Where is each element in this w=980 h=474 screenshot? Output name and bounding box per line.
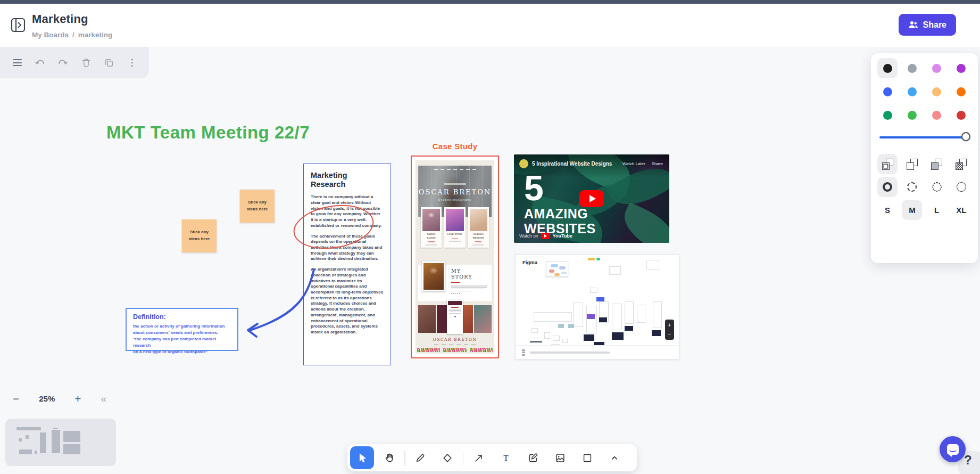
size-option-m[interactable]: M: [902, 200, 922, 220]
website-nav-links: [418, 169, 492, 170]
website-card: LOVE STORY: [444, 207, 465, 248]
play-button[interactable]: [579, 190, 604, 207]
color-swatch-purple[interactable]: [951, 58, 971, 78]
website-screenshot: OSCAR BRETON Wedding photography FAMILY …: [416, 160, 494, 354]
slider-thumb[interactable]: [961, 132, 970, 141]
fill-style-outline-double[interactable]: [877, 154, 898, 174]
slider-track[interactable]: [879, 136, 967, 138]
size-option-xl[interactable]: XL: [951, 200, 971, 220]
fill-style-outline[interactable]: [902, 154, 922, 174]
color-dot: [883, 111, 892, 120]
case-study-label[interactable]: Case Study: [411, 142, 499, 151]
stroke-style-dotted[interactable]: [927, 177, 947, 197]
definition-text-box[interactable]: Definition: the action or activity of ga…: [126, 308, 238, 351]
more-tools-button[interactable]: [602, 446, 626, 469]
minimap[interactable]: [5, 419, 116, 466]
pan-tool-button[interactable]: [377, 446, 401, 469]
eraser-tool-button[interactable]: [436, 446, 460, 469]
stroke-style-thin[interactable]: [951, 177, 971, 197]
select-tool-button[interactable]: [350, 446, 374, 469]
color-swatch-gray[interactable]: [902, 58, 922, 78]
figma-frame: [596, 297, 604, 301]
stroke-style-bold[interactable]: [877, 177, 898, 197]
video-title[interactable]: 5 Inspirational Website Designs: [532, 161, 612, 167]
figma-zoom-out[interactable]: −: [668, 332, 671, 337]
text-tool-button[interactable]: T: [494, 446, 518, 469]
duplicate-icon: [104, 58, 114, 68]
pen-tool-button[interactable]: [409, 446, 433, 469]
case-study-image[interactable]: OSCAR BRETON Wedding photography FAMILY …: [411, 156, 499, 358]
canvas-board-title[interactable]: MKT Team Meeting 22/7: [106, 122, 310, 143]
color-swatch-teal[interactable]: [877, 105, 898, 125]
arrow-tool-button[interactable]: [467, 446, 491, 469]
menu-button[interactable]: [9, 54, 26, 71]
chat-bubble-icon: [947, 444, 959, 455]
fill-style-pattern[interactable]: [951, 154, 971, 174]
color-swatch-salmon[interactable]: [927, 105, 947, 125]
color-dot: [908, 64, 917, 73]
color-swatch-sky[interactable]: [902, 81, 922, 102]
image-tool-button[interactable]: [548, 446, 572, 469]
note-tool-button[interactable]: [521, 446, 545, 469]
blue-arrow-annotation[interactable]: [240, 264, 320, 344]
figma-frame: [586, 306, 597, 333]
zoom-in-button[interactable]: +: [74, 393, 81, 404]
figma-zoom-in[interactable]: +: [668, 323, 671, 328]
color-swatch-orchid[interactable]: [927, 58, 947, 78]
page-title: Marketing: [32, 12, 88, 26]
breadcrumb-parent[interactable]: My Boards: [32, 31, 69, 39]
cursor-icon: [356, 452, 368, 464]
color-swatch-red[interactable]: [951, 105, 971, 125]
help-button[interactable]: ?: [964, 453, 972, 468]
color-swatch-black[interactable]: [877, 58, 898, 78]
watch-later-button[interactable]: Watch Later: [622, 161, 645, 166]
stroke-width-slider[interactable]: [879, 132, 969, 142]
figma-frame: [637, 305, 645, 323]
card-photo: [422, 209, 440, 231]
figma-frame: [584, 334, 594, 341]
figma-frame: [568, 324, 574, 328]
story-heading: MY STORY: [451, 268, 476, 280]
share-button[interactable]: Share: [899, 14, 956, 36]
more-options-button[interactable]: ⋮: [123, 54, 140, 71]
figma-file-meta: [530, 352, 610, 354]
shape-tool-button[interactable]: [575, 446, 599, 469]
color-swatch-blue[interactable]: [877, 81, 898, 102]
minimap-shape: [63, 431, 80, 442]
share-video-button[interactable]: Share: [652, 161, 663, 166]
color-swatch-green[interactable]: [902, 105, 922, 125]
figma-embed[interactable]: Figma: [515, 254, 679, 359]
youtube-brand[interactable]: YouTube: [553, 233, 572, 239]
color-swatch-orange[interactable]: [951, 81, 971, 102]
minimap-shape: [19, 438, 22, 442]
figma-frame: [587, 314, 595, 319]
youtube-embed[interactable]: 5 Inspirational Website Designs Watch La…: [514, 154, 669, 243]
collapse-minimap-button[interactable]: «: [101, 394, 106, 404]
zoom-out-button[interactable]: −: [13, 393, 19, 404]
color-swatch-peach[interactable]: [927, 81, 947, 102]
website-story-section: MY STORY: [418, 265, 492, 301]
breadcrumb: My Boards / marketing: [32, 31, 112, 39]
fill-style-solid[interactable]: [927, 154, 947, 174]
sidebar-toggle-button[interactable]: [11, 17, 27, 33]
duplicate-button[interactable]: [101, 54, 118, 71]
stroke-style-dashed[interactable]: [902, 177, 922, 197]
svg-text:T: T: [503, 453, 509, 462]
figma-zoom-control[interactable]: + −: [665, 320, 674, 340]
figma-frame: [553, 336, 560, 341]
hand-icon: [384, 452, 395, 464]
undo-button[interactable]: [31, 54, 48, 71]
size-option-l[interactable]: L: [927, 200, 947, 220]
redo-button[interactable]: [54, 54, 71, 71]
figma-frame: [652, 330, 661, 336]
double-chevron-left-icon: «: [101, 393, 106, 404]
sticky-note[interactable]: Stick any ideas here: [182, 219, 217, 252]
delete-button[interactable]: [78, 54, 95, 71]
thin-circle-icon: [957, 182, 966, 192]
chat-launcher-button[interactable]: [940, 436, 966, 462]
website-footer-title: OSCAR BRETON: [416, 337, 494, 342]
channel-avatar[interactable]: [519, 159, 528, 168]
watch-on-label: Watch on: [519, 233, 538, 239]
size-option-s[interactable]: S: [877, 200, 898, 220]
sticky-note[interactable]: Stick any ideas here: [240, 190, 275, 223]
